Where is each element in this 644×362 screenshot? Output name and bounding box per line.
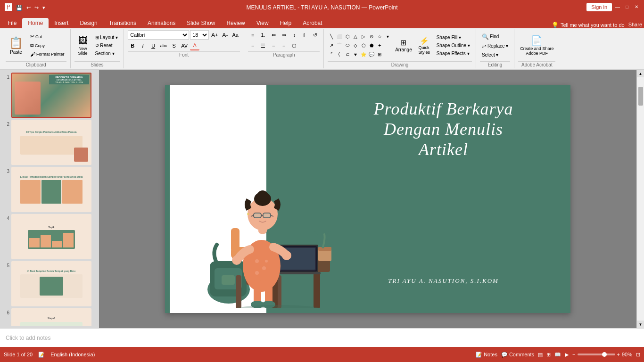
numbering-button[interactable]: 1.: [258, 30, 268, 40]
shape-cell[interactable]: [384, 41, 391, 49]
slide-image-2[interactable]: 10 Tips Simple Pembulis Artikel Untu Pem…: [11, 120, 91, 165]
line-spacing-button[interactable]: ↕: [289, 30, 299, 40]
underline-button[interactable]: U: [149, 41, 158, 50]
shape-cell[interactable]: ◇: [352, 41, 359, 49]
maximize-button[interactable]: □: [623, 3, 631, 10]
shape-cell[interactable]: 〱: [336, 50, 343, 58]
bold-button[interactable]: B: [128, 41, 137, 50]
view-reading-button[interactable]: 📖: [554, 352, 561, 358]
sign-in-button[interactable]: Sign in: [586, 3, 612, 11]
clear-format-button[interactable]: Aa: [231, 30, 240, 40]
slide-thumb-6[interactable]: 6 Siapa?: [2, 307, 97, 326]
window-controls[interactable]: Sign in — □ ✕: [586, 3, 640, 12]
fit-slide-button[interactable]: ⊡: [636, 352, 640, 358]
find-button[interactable]: 🔍 Find: [480, 33, 510, 41]
close-button[interactable]: ✕: [633, 3, 640, 10]
shape-outline-button[interactable]: Shape Outline ▾: [435, 42, 472, 49]
zoom-out-button[interactable]: −: [572, 352, 575, 357]
increase-indent-button[interactable]: ⇒: [279, 30, 289, 40]
font-color-button[interactable]: A: [190, 41, 199, 50]
quick-styles-button[interactable]: ⚡ QuickStyles: [416, 32, 433, 58]
bullets-button[interactable]: ≡: [248, 30, 257, 40]
shape-cell[interactable]: ⬜: [336, 32, 343, 41]
shape-cell[interactable]: ⌒: [336, 41, 343, 49]
save-icon[interactable]: 💾: [15, 4, 24, 12]
tab-home[interactable]: Home: [22, 18, 49, 28]
shape-cell[interactable]: ⊂: [344, 50, 351, 58]
replace-button[interactable]: ⇌ Replace ▾: [480, 42, 510, 50]
tab-design[interactable]: Design: [74, 18, 103, 28]
view-slide-sorter-button[interactable]: ⊞: [546, 352, 551, 358]
shapes-more-button[interactable]: ▾: [384, 32, 391, 41]
tab-slideshow[interactable]: Slide Show: [181, 18, 221, 28]
shape-cell[interactable]: ⌜: [328, 50, 335, 58]
tab-animations[interactable]: Animations: [142, 18, 181, 28]
shape-cell[interactable]: ╲: [328, 32, 335, 41]
language-indicator[interactable]: English (Indonesia): [50, 352, 95, 357]
reset-button[interactable]: ↺ Reset: [93, 42, 120, 49]
char-spacing-button[interactable]: AV: [180, 41, 189, 50]
align-left-button[interactable]: ≡: [248, 41, 257, 50]
slide-image-1[interactable]: PRODUKTIF BERKARYA DENGAN MENULIS ARTIKE…: [11, 73, 91, 118]
slide-thumb-2[interactable]: 2 10 Tips Simple Pembulis Artikel Untu P…: [2, 119, 97, 166]
comments-button[interactable]: 💬 Comments: [501, 352, 534, 358]
arrange-button[interactable]: ⊞ Arrange: [393, 32, 414, 58]
tab-file[interactable]: File: [2, 18, 22, 28]
shape-cell[interactable]: ↗: [328, 41, 335, 49]
tab-transitions[interactable]: Transitions: [103, 18, 142, 28]
redo-icon[interactable]: ↪: [33, 4, 40, 12]
shape-cell[interactable]: ⊙: [368, 32, 375, 41]
zoom-slider[interactable]: [578, 354, 615, 355]
shape-cell[interactable]: ⬭: [344, 41, 351, 49]
italic-button[interactable]: I: [138, 41, 148, 50]
shape-cell[interactable]: ⬠: [360, 41, 367, 49]
shape-cell[interactable]: ☆: [376, 32, 383, 41]
layout-button[interactable]: ⊞ Layout ▾: [93, 34, 120, 41]
select-button[interactable]: Select ▾: [480, 51, 510, 58]
cut-button[interactable]: ✂ Cut: [28, 33, 66, 41]
create-pdf-button[interactable]: 📄 Create and ShareAdobe PDF: [518, 32, 555, 58]
customize-icon[interactable]: ▾: [41, 4, 46, 12]
notes-button[interactable]: 📝 Notes: [476, 352, 497, 358]
shape-cell[interactable]: [384, 50, 391, 58]
tab-view[interactable]: View: [251, 18, 274, 28]
shape-cell[interactable]: ⬡: [344, 32, 351, 41]
new-slide-button[interactable]: 🖼 NewSlide: [74, 32, 91, 58]
shape-cell[interactable]: ⭐: [360, 50, 367, 58]
shape-fill-button[interactable]: Shape Fill ▾: [435, 34, 472, 41]
shadow-button[interactable]: S: [169, 41, 179, 50]
view-presenter-button[interactable]: ▶: [565, 352, 569, 358]
tab-help[interactable]: Help: [274, 18, 297, 28]
view-normal-button[interactable]: ▤: [538, 352, 543, 358]
decrease-indent-button[interactable]: ⇐: [269, 30, 278, 40]
shrink-font-button[interactable]: A-: [220, 30, 230, 40]
section-button[interactable]: Section ▾: [93, 50, 120, 57]
scroll-thumb[interactable]: [638, 87, 643, 106]
columns-button[interactable]: ⫿: [300, 30, 309, 40]
shape-cell[interactable]: ▷: [360, 32, 367, 41]
title-left-icons[interactable]: 🅿 💾 ↩ ↪ ▾: [4, 2, 46, 13]
tab-insert[interactable]: Insert: [49, 18, 74, 28]
share-button[interactable]: Share: [628, 22, 642, 27]
copy-button[interactable]: ⧉ Copy: [28, 41, 66, 49]
scroll-track[interactable]: [637, 77, 644, 321]
main-slide[interactable]: Produktif Berkarya dengan Menulis Artike…: [165, 85, 570, 313]
format-painter-button[interactable]: 🖌 Format Painter: [28, 50, 66, 58]
shape-cell[interactable]: ✦: [376, 41, 383, 49]
slide-image-3[interactable]: 1. Buat Terhadap Bahan Sampel yang Palin…: [11, 167, 91, 212]
minimize-button[interactable]: —: [614, 3, 621, 10]
slide-thumb-3[interactable]: 3 1. Buat Terhadap Bahan Sampel yang Pal…: [2, 166, 97, 213]
tab-acrobat[interactable]: Acrobat: [297, 18, 328, 28]
slide-thumb-1[interactable]: 1 PRODUKTIF BERKARYA DENGAN MENULIS ARTI…: [2, 72, 97, 119]
tab-review[interactable]: Review: [221, 18, 250, 28]
tell-me-area[interactable]: 💡 Tell me what you want to do: [552, 22, 625, 28]
font-family-select[interactable]: Calibri: [128, 30, 189, 40]
grow-font-button[interactable]: A+: [210, 30, 219, 40]
align-center-button[interactable]: ☰: [258, 41, 268, 50]
vertical-scrollbar[interactable]: ▲ ▼: [636, 70, 644, 328]
scroll-down-arrow[interactable]: ▼: [637, 321, 644, 328]
undo-icon[interactable]: ↩: [25, 4, 32, 12]
shape-effects-button[interactable]: Shape Effects ▾: [435, 50, 472, 57]
text-direction-button[interactable]: ↺: [310, 30, 320, 40]
spell-check-icon[interactable]: 📝: [38, 352, 45, 358]
